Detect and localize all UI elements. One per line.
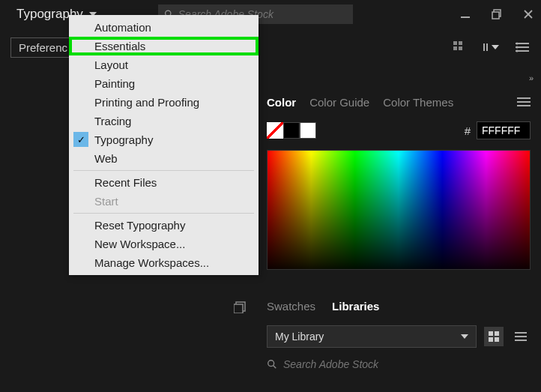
- menu-item-reset-typography[interactable]: Reset Typography: [69, 216, 259, 235]
- check-icon: ✓: [73, 132, 88, 147]
- tab-color-themes[interactable]: Color Themes: [383, 96, 453, 109]
- arrange-icon[interactable]: [483, 39, 499, 55]
- color-panel-tabs: Color Color Guide Color Themes: [256, 88, 541, 115]
- library-selected-label: My Library: [275, 331, 324, 343]
- svg-rect-26: [489, 337, 493, 342]
- swatch-white[interactable]: [300, 122, 316, 139]
- library-dropdown[interactable]: My Library: [267, 325, 477, 348]
- workspace-menu: AutomationEssentialsLayoutPaintingPrinti…: [69, 15, 259, 275]
- chevron-down-icon: [461, 334, 468, 339]
- menu-item-layout[interactable]: Layout: [69, 55, 259, 74]
- svg-line-32: [273, 366, 276, 369]
- panel-collapse-icon[interactable]: [234, 300, 247, 313]
- svg-point-17: [516, 46, 519, 49]
- menu-item-web[interactable]: Web: [69, 149, 259, 168]
- search-icon: [267, 359, 277, 370]
- tab-libraries[interactable]: Libraries: [332, 300, 379, 313]
- svg-rect-23: [234, 304, 243, 313]
- swatch-black[interactable]: [283, 122, 300, 139]
- menu-item-tracing[interactable]: Tracing: [69, 112, 259, 130]
- libraries-panel: Swatches Libraries My Library: [256, 292, 541, 375]
- svg-rect-27: [495, 337, 499, 342]
- svg-point-31: [268, 361, 274, 367]
- svg-rect-7: [453, 41, 457, 45]
- color-swatches: [267, 122, 316, 139]
- close-button[interactable]: [522, 7, 535, 21]
- svg-point-16: [516, 43, 519, 45]
- menu-item-new-workspace-[interactable]: New Workspace...: [69, 235, 259, 253]
- menu-item-recent-files[interactable]: Recent Files: [69, 173, 259, 192]
- library-search-input[interactable]: [283, 358, 531, 370]
- svg-rect-24: [489, 331, 493, 336]
- color-spectrum[interactable]: [267, 150, 531, 270]
- menu-item-automation[interactable]: Automation: [69, 18, 259, 37]
- svg-point-18: [516, 50, 519, 52]
- minimize-button[interactable]: [459, 7, 472, 21]
- svg-rect-8: [459, 41, 462, 45]
- tab-color-guide[interactable]: Color Guide: [309, 96, 369, 109]
- libraries-tabs: Swatches Libraries: [256, 292, 541, 319]
- library-search-box[interactable]: [256, 354, 541, 375]
- hex-hash-label: #: [465, 124, 471, 137]
- list-view-icon[interactable]: [514, 39, 531, 55]
- menu-item-printing-and-proofing[interactable]: Printing and Proofing: [69, 93, 259, 112]
- grid-view-icon[interactable]: [451, 39, 468, 55]
- svg-rect-4: [492, 12, 499, 19]
- svg-rect-9: [453, 46, 457, 50]
- swatch-none[interactable]: [267, 122, 283, 139]
- menu-item-start: Start: [69, 192, 259, 211]
- menu-item-typography[interactable]: Typography✓: [69, 130, 259, 149]
- menu-item-painting[interactable]: Painting: [69, 74, 259, 93]
- svg-rect-10: [459, 46, 462, 50]
- hex-input[interactable]: [477, 121, 531, 139]
- menu-item-essentials[interactable]: Essentials: [69, 37, 259, 55]
- restore-button[interactable]: [490, 7, 504, 21]
- menu-item-manage-workspaces-[interactable]: Manage Workspaces...: [69, 253, 259, 272]
- grid-view-button[interactable]: [484, 327, 504, 346]
- tab-color[interactable]: Color: [267, 96, 296, 109]
- list-view-button[interactable]: [511, 327, 531, 346]
- tab-swatches[interactable]: Swatches: [267, 300, 315, 313]
- window-controls: [459, 7, 535, 21]
- color-panel: Color Color Guide Color Themes #: [256, 88, 541, 274]
- overflow-icon[interactable]: »: [529, 73, 534, 82]
- svg-rect-25: [495, 331, 499, 336]
- panel-menu-icon[interactable]: [517, 97, 531, 106]
- preferences-button[interactable]: Preferenc: [10, 37, 76, 58]
- library-select-row: My Library: [256, 319, 541, 354]
- color-value-row: #: [256, 115, 541, 145]
